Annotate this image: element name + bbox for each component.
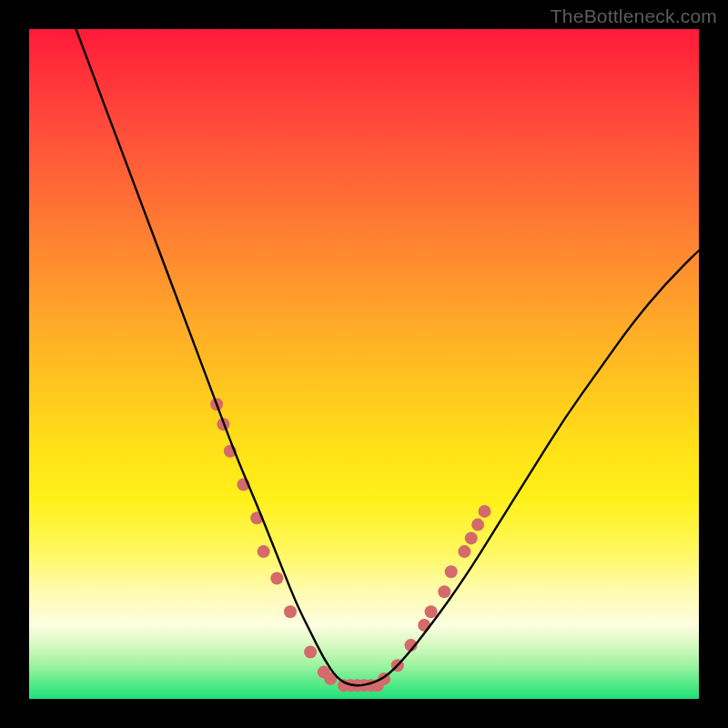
data-marker xyxy=(465,531,478,544)
chart-frame: TheBottleneck.com xyxy=(0,0,728,728)
data-marker xyxy=(471,519,484,531)
data-marker xyxy=(445,565,458,578)
chart-svg xyxy=(29,29,699,699)
data-marker xyxy=(270,572,283,585)
data-marker xyxy=(438,585,450,598)
data-marker xyxy=(304,646,317,659)
data-marker xyxy=(479,505,491,518)
data-marker xyxy=(458,545,470,558)
marker-layer xyxy=(210,398,490,692)
data-marker xyxy=(258,545,270,558)
data-marker xyxy=(284,605,297,618)
watermark-text: TheBottleneck.com xyxy=(551,5,717,27)
data-marker xyxy=(418,619,430,632)
bottleneck-curve xyxy=(76,29,700,685)
plot-area xyxy=(29,29,699,699)
data-marker xyxy=(425,605,438,618)
